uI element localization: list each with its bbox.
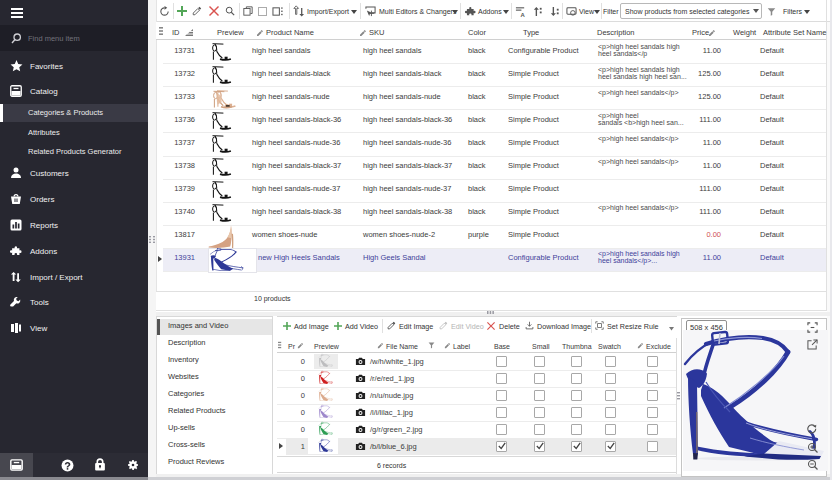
svg-text:A: A xyxy=(521,12,526,18)
